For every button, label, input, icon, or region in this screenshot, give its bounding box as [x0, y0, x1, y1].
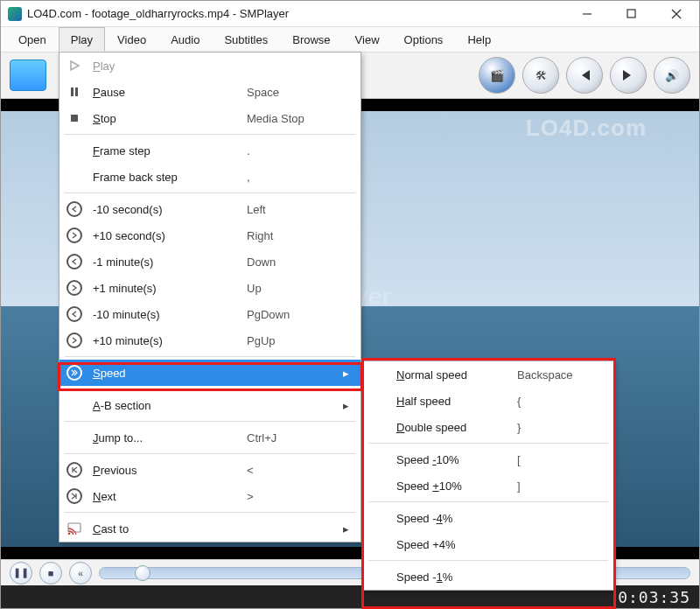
menu-item--1-minute-s-[interactable]: -1 minute(s)Down — [60, 248, 360, 275]
menu-item-shortcut: Left — [247, 203, 334, 216]
speaker-icon: 🔊 — [665, 69, 679, 82]
menu-item-label: Speed — [93, 367, 238, 380]
minimize-button[interactable] — [567, 2, 606, 26]
menu-help[interactable]: Help — [455, 27, 503, 52]
menubar: Open Play Video Audio Subtitles Browse V… — [1, 27, 699, 52]
menu-item-pause[interactable]: PauseSpace — [60, 79, 360, 105]
menu-item--1-minute-s-[interactable]: +1 minute(s)Up — [60, 275, 360, 301]
previous-button[interactable] — [566, 57, 603, 94]
time-display: 0:03:35 — [618, 588, 690, 606]
speed-item-normal-speed[interactable]: Normal speedBackspace — [363, 361, 613, 388]
open-file-button[interactable] — [10, 60, 46, 91]
next-button[interactable] — [610, 57, 647, 94]
menu-item-cast-to[interactable]: Cast to▸ — [60, 515, 360, 542]
speed-item-speed-4-[interactable]: Speed +4% — [363, 531, 613, 557]
rew-icon — [65, 306, 84, 322]
menu-item-shortcut: ] — [517, 480, 605, 493]
menu-item-shortcut: Backspace — [517, 368, 605, 382]
site-watermark: LO4D.com — [526, 115, 647, 142]
menu-item--10-minute-s-[interactable]: +10 minute(s)PgUp — [60, 327, 360, 354]
menu-item-shortcut: < — [247, 464, 334, 477]
menu-separator — [65, 134, 355, 135]
menu-item-shortcut: } — [517, 421, 605, 434]
speed-item-speed-10-[interactable]: Speed +10%] — [363, 472, 613, 499]
menu-item-label: -10 minute(s) — [93, 308, 238, 321]
menu-item-shortcut: Right — [247, 229, 334, 242]
menu-item-previous[interactable]: Previous< — [60, 457, 360, 483]
maximize-button[interactable] — [612, 2, 651, 26]
clapper-icon: 🎬 — [490, 69, 504, 82]
menu-item-shortcut: Down — [247, 256, 334, 269]
menu-options[interactable]: Options — [392, 27, 456, 52]
menu-item-label: -10 second(s) — [93, 203, 238, 216]
menu-subtitles[interactable]: Subtitles — [212, 27, 280, 52]
menu-item-label: Half speed — [396, 395, 508, 408]
menu-item-label: Play — [93, 60, 238, 73]
ff-icon — [65, 280, 84, 296]
menu-item-shortcut: PgDown — [247, 308, 334, 321]
cast-icon — [65, 522, 84, 535]
menu-item-shortcut: [ — [517, 453, 605, 466]
menu-item-label: Stop — [93, 112, 238, 125]
stop-button[interactable]: ■ — [39, 562, 62, 584]
prev-icon — [65, 462, 84, 478]
menu-item-label: +1 minute(s) — [93, 282, 238, 295]
menu-item-label: -1 minute(s) — [93, 256, 238, 269]
menu-item-label: +10 second(s) — [93, 229, 238, 242]
menu-separator — [368, 560, 608, 561]
menu-item-label: Cast to — [93, 522, 238, 536]
speed-item-double-speed[interactable]: Double speed} — [363, 414, 613, 440]
menu-item-shortcut: PgUp — [247, 334, 334, 347]
menu-item-label: Jump to... — [93, 431, 238, 444]
menu-separator — [65, 421, 355, 422]
svg-point-7 — [68, 533, 71, 535]
menu-item-shortcut: { — [517, 395, 605, 408]
menu-audio[interactable]: Audio — [158, 27, 212, 52]
menu-item-label: Speed -1% — [396, 570, 508, 584]
stop-icon: ■ — [48, 568, 54, 578]
speed-icon — [65, 365, 84, 381]
speed-item-speed-10-[interactable]: Speed -10%[ — [363, 446, 613, 472]
speed-item-half-speed[interactable]: Half speed{ — [363, 388, 613, 414]
playlist-button[interactable]: 🎬 — [479, 57, 515, 94]
menu-item-label: Speed +4% — [396, 538, 508, 551]
rewind-button[interactable]: « — [69, 562, 92, 584]
pause-button[interactable]: ❚❚ — [10, 562, 32, 584]
tools-icon: 🛠 — [536, 69, 547, 82]
menu-item-label: A-B section — [93, 399, 238, 412]
menu-browse[interactable]: Browse — [280, 27, 342, 52]
menu-item-frame-back-step[interactable]: Frame back step, — [60, 164, 360, 190]
menu-item-shortcut: Ctrl+J — [247, 431, 334, 444]
menu-separator — [368, 443, 608, 444]
menu-view[interactable]: View — [343, 27, 392, 52]
menu-item--10-second-s-[interactable]: +10 second(s)Right — [60, 222, 360, 248]
menu-video[interactable]: Video — [105, 27, 158, 52]
menu-item-label: Frame step — [93, 144, 238, 158]
speed-item-speed-4-[interactable]: Speed -4% — [363, 505, 613, 531]
menu-item--10-second-s-[interactable]: -10 second(s)Left — [60, 196, 360, 222]
menu-item-frame-step[interactable]: Frame step. — [60, 137, 360, 164]
rew-icon — [65, 254, 84, 270]
window-title: LO4D.com - footage_oldharryrocks.mp4 - S… — [27, 7, 562, 20]
menu-item-next[interactable]: Next> — [60, 483, 360, 509]
seek-thumb[interactable] — [135, 565, 150, 581]
skip-forward-icon — [621, 68, 635, 82]
minimize-icon — [582, 9, 592, 19]
menu-item-jump-to-[interactable]: Jump to...Ctrl+J — [60, 424, 360, 451]
preferences-button[interactable]: 🛠 — [522, 57, 559, 94]
menu-separator — [65, 512, 355, 513]
submenu-arrow-icon: ▸ — [343, 367, 352, 380]
close-button[interactable] — [656, 2, 696, 26]
menu-open[interactable]: Open — [6, 27, 59, 52]
menu-item-a-b-section[interactable]: A-B section▸ — [60, 392, 360, 418]
menu-item-stop[interactable]: StopMedia Stop — [60, 105, 360, 131]
menu-item-label: Pause — [93, 86, 238, 99]
menu-play[interactable]: Play — [59, 27, 105, 52]
menu-item-speed[interactable]: Speed▸ — [60, 360, 360, 386]
menu-separator — [368, 501, 608, 502]
ff-icon — [65, 228, 84, 243]
speed-item-speed-1-[interactable]: Speed -1% — [363, 564, 613, 590]
volume-button[interactable]: 🔊 — [654, 57, 690, 94]
app-icon — [8, 7, 22, 21]
menu-item--10-minute-s-[interactable]: -10 minute(s)PgDown — [60, 301, 360, 327]
